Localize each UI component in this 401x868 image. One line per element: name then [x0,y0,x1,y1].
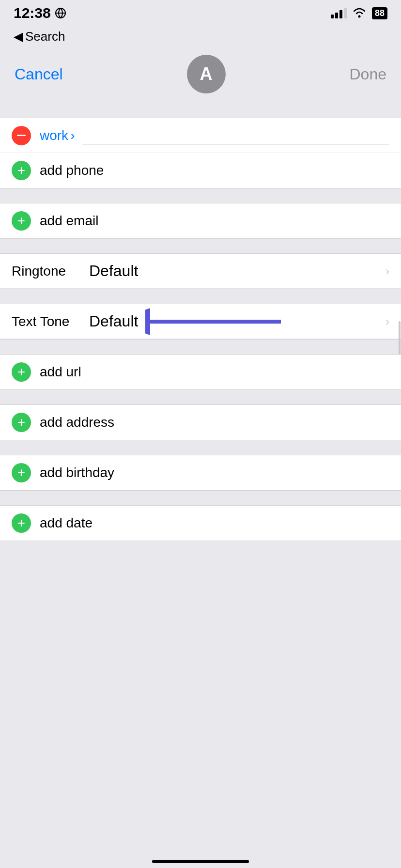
globe-icon [55,7,66,19]
add-phone-row[interactable]: add phone [0,153,401,188]
add-url-button[interactable] [12,362,31,382]
phone-input-area [82,126,389,145]
battery-icon: 88 [372,7,387,19]
add-address-label: add address [40,415,114,430]
section-gap-5 [0,340,401,354]
back-nav: ◀ Search [0,26,401,50]
phone-input[interactable] [82,126,389,141]
section-gap-1 [0,103,401,118]
bottom-padding [0,541,401,599]
home-indicator [152,860,249,863]
address-section: add address [0,404,401,440]
done-button[interactable]: Done [349,65,386,83]
avatar: A [187,55,226,93]
status-time: 12:38 [14,5,66,21]
phone-label[interactable]: work › [40,128,75,143]
add-birthday-label: add birthday [40,465,114,480]
add-url-label: add url [40,364,81,380]
add-email-row[interactable]: add email [0,203,401,238]
section-gap-2 [0,188,401,203]
annotation-arrow [145,307,281,336]
add-date-button[interactable] [12,513,31,533]
add-date-row[interactable]: add date [0,506,401,541]
section-gap-3 [0,239,401,253]
phone-row: work › [0,118,401,153]
texttone-chevron: › [386,315,389,328]
add-phone-button[interactable] [12,161,31,180]
email-section: add email [0,203,401,239]
birthday-section: add birthday [0,455,401,491]
ringtone-label: Ringtone [12,264,89,279]
add-date-label: add date [40,515,93,531]
section-gap-7 [0,440,401,455]
add-address-row[interactable]: add address [0,405,401,440]
section-gap-8 [0,491,401,505]
date-section: add date [0,505,401,541]
ringtone-row[interactable]: Ringtone Default › [0,254,401,289]
phone-section: work › add phone [0,118,401,188]
ringtone-value: Default [89,262,386,280]
texttone-label: Text Tone [12,314,89,329]
section-gap-6 [0,390,401,404]
cancel-button[interactable]: Cancel [15,65,63,83]
texttone-row[interactable]: Text Tone Default › [0,304,401,339]
svg-point-2 [358,16,360,18]
add-address-button[interactable] [12,413,31,432]
wifi-icon [352,8,367,18]
add-phone-label: add phone [40,163,104,178]
add-birthday-row[interactable]: add birthday [0,455,401,490]
phone-label-chevron: › [70,128,75,143]
back-button[interactable]: ◀ Search [14,29,387,44]
arrow-annotation [145,307,281,336]
add-birthday-button[interactable] [12,463,31,482]
signal-icon [331,8,347,18]
ringtone-section: Ringtone Default › [0,253,401,289]
add-url-row[interactable]: add url [0,355,401,389]
contact-header: Cancel A Done [0,50,401,103]
add-email-button[interactable] [12,211,31,231]
back-arrow-icon: ◀ [14,29,23,44]
add-email-label: add email [40,213,98,229]
section-gap-4 [0,289,401,304]
remove-phone-button[interactable] [12,126,31,145]
status-bar: 12:38 88 [0,0,401,26]
ringtone-chevron: › [386,264,389,278]
url-section: add url [0,354,401,390]
status-icons: 88 [331,7,387,19]
texttone-section: Text Tone Default › [0,304,401,340]
